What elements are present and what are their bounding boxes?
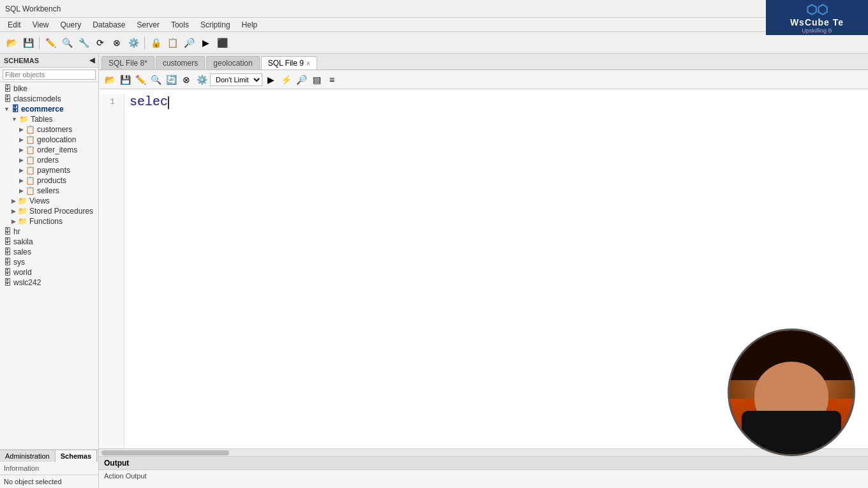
arrow-products: ▶ [19, 177, 24, 184]
sidebar-label-bike: bike [13, 84, 27, 93]
toolbar-btn-11[interactable]: ▶ [198, 35, 213, 50]
tab-schemas[interactable]: Schemas [56, 450, 97, 462]
scrollbar-thumb[interactable] [101, 450, 229, 455]
arrow-order-items: ▶ [19, 147, 24, 153]
qtb-more-btn[interactable]: ≡ [325, 73, 339, 87]
tab-sql-file-8[interactable]: SQL File 8* [101, 56, 154, 70]
menu-scripting[interactable]: Scripting [195, 19, 236, 31]
sidebar-item-bike[interactable]: 🗄 bike [0, 84, 98, 94]
sidebar-label-functions: Functions [29, 217, 63, 226]
sidebar-item-orders[interactable]: ▶ 📋 orders [15, 155, 98, 165]
toolbar-save-btn[interactable]: 💾 [20, 35, 36, 50]
wscube-logo: ⬡⬡ WsCube Te Upskilling B [766, 0, 868, 35]
arrow-sellers: ▶ [19, 188, 24, 194]
menu-bar: Edit View Query Database Server Tools Sc… [0, 18, 868, 32]
sidebar-item-world[interactable]: 🗄 world [0, 267, 98, 277]
sidebar-item-sales[interactable]: 🗄 sales [0, 247, 98, 257]
table-icon-sellers: 📋 [26, 186, 35, 195]
sidebar-bottom: Administration Schemas Information No ob… [0, 449, 98, 488]
sidebar-label-sakila: sakila [13, 237, 33, 246]
sidebar-item-tables[interactable]: ▼ 📁 Tables [8, 114, 98, 124]
toolbar-btn-5[interactable]: ⟳ [93, 35, 108, 50]
sidebar-status: No object selected [0, 475, 98, 488]
sidebar-search-area [0, 68, 98, 82]
webcam-face [730, 330, 853, 454]
qtb-execute-sel-btn[interactable]: ⚡ [279, 73, 293, 87]
tab-geolocation[interactable]: geolocation [206, 56, 259, 70]
tab-administration[interactable]: Administration [0, 450, 56, 462]
arrow-views: ▶ [11, 198, 16, 204]
sidebar-item-payments[interactable]: ▶ 📋 payments [15, 165, 98, 175]
toolbar-btn-12[interactable]: ⬛ [214, 35, 230, 50]
logo-name: WsCube Te [790, 17, 844, 27]
table-icon-orders: 📋 [26, 156, 35, 165]
sidebar-item-order-items[interactable]: ▶ 📋 order_items [15, 145, 98, 155]
toolbar-btn-6[interactable]: ⊗ [109, 35, 124, 50]
toolbar-btn-9[interactable]: 📋 [165, 35, 180, 50]
menu-edit[interactable]: Edit [3, 19, 26, 31]
toolbar-open-btn[interactable]: 📂 [4, 35, 19, 50]
toolbar-btn-4[interactable]: 🔧 [76, 35, 91, 50]
table-icon-order-items: 📋 [26, 145, 35, 154]
menu-view[interactable]: View [27, 19, 54, 31]
sidebar-label-orders: orders [37, 156, 59, 165]
sidebar-item-sys[interactable]: 🗄 sys [0, 257, 98, 267]
qtb-stop-btn[interactable]: ⊗ [179, 73, 193, 87]
qtb-open-btn[interactable]: 📂 [103, 73, 117, 87]
tab-label-sql-file-8: SQL File 8* [108, 59, 147, 68]
tab-sql-file-9[interactable]: SQL File 9 × [261, 56, 317, 70]
sidebar-label-customers: customers [37, 125, 72, 134]
arrow-customers: ▶ [19, 126, 24, 133]
db-icon-hr: 🗄 [4, 227, 11, 236]
output-header: Output [99, 457, 868, 470]
qtb-settings-btn[interactable]: ⚙️ [195, 73, 209, 87]
sidebar-item-sakila[interactable]: 🗄 sakila [0, 237, 98, 247]
menu-server[interactable]: Server [132, 19, 165, 31]
arrow-ecommerce: ▼ [4, 106, 10, 112]
toolbar-btn-2[interactable]: ✏️ [43, 35, 58, 50]
sidebar-item-customers[interactable]: ▶ 📋 customers [15, 124, 98, 135]
qtb-edit-btn[interactable]: ✏️ [133, 73, 147, 87]
output-content: Action Output [99, 470, 868, 482]
sidebar-item-geolocation[interactable]: ▶ 📋 geolocation [15, 135, 98, 145]
sidebar-item-stored-procs[interactable]: ▶ 📁 Stored Procedures [8, 206, 98, 216]
arrow-orders: ▶ [19, 157, 24, 163]
tabs-bar: SQL File 8* customers geolocation SQL Fi… [99, 54, 868, 70]
sidebar-item-products[interactable]: ▶ 📋 products [15, 175, 98, 186]
menu-database[interactable]: Database [87, 19, 130, 31]
limit-select[interactable]: Don't Limit 1000 rows 500 rows [210, 73, 262, 86]
db-icon-sys: 🗄 [4, 258, 11, 267]
arrow-tables: ▼ [11, 116, 17, 122]
qtb-execute-btn[interactable]: ▶ [264, 73, 278, 87]
tab-customers[interactable]: customers [156, 56, 205, 70]
db-icon-bike: 🗄 [4, 84, 11, 93]
menu-tools[interactable]: Tools [166, 19, 194, 31]
sidebar-item-functions[interactable]: ▶ 📁 Functions [8, 216, 98, 226]
sidebar-toggle-icon[interactable]: ◀ [89, 56, 94, 64]
toolbar-btn-10[interactable]: 🔎 [181, 35, 197, 50]
sidebar-item-ecommerce[interactable]: ▼ 🗄 ecommerce [0, 104, 98, 114]
toolbar-btn-8[interactable]: 🔒 [148, 35, 163, 50]
sidebar-search-input[interactable] [3, 70, 96, 80]
sidebar-item-views[interactable]: ▶ 📁 Views [8, 196, 98, 206]
output-area: Output Action Output [99, 456, 868, 488]
menu-help[interactable]: Help [237, 19, 263, 31]
menu-query[interactable]: Query [55, 19, 86, 31]
sidebar-label-payments: payments [37, 166, 70, 175]
db-icon-sakila: 🗄 [4, 237, 11, 246]
tab-close-btn[interactable]: × [306, 60, 310, 67]
sidebar-title: SCHEMAS [4, 57, 39, 64]
qtb-format-btn[interactable]: ▤ [310, 73, 324, 87]
qtb-refresh-btn[interactable]: 🔄 [164, 73, 178, 87]
sidebar-item-sellers[interactable]: ▶ 📋 sellers [15, 186, 98, 196]
sidebar-label-stored-procs: Stored Procedures [29, 207, 93, 216]
editor-code: selec [130, 94, 168, 109]
qtb-zoom-btn[interactable]: 🔎 [294, 73, 308, 87]
qtb-search-btn[interactable]: 🔍 [149, 73, 163, 87]
sidebar-item-classicmodels[interactable]: 🗄 classicmodels [0, 94, 98, 104]
sidebar-item-wslc242[interactable]: 🗄 wslc242 [0, 277, 98, 288]
toolbar-btn-7[interactable]: ⚙️ [126, 35, 141, 50]
toolbar-btn-3[interactable]: 🔍 [59, 35, 75, 50]
sidebar-item-hr[interactable]: 🗄 hr [0, 226, 98, 237]
qtb-save-btn[interactable]: 💾 [118, 73, 132, 87]
